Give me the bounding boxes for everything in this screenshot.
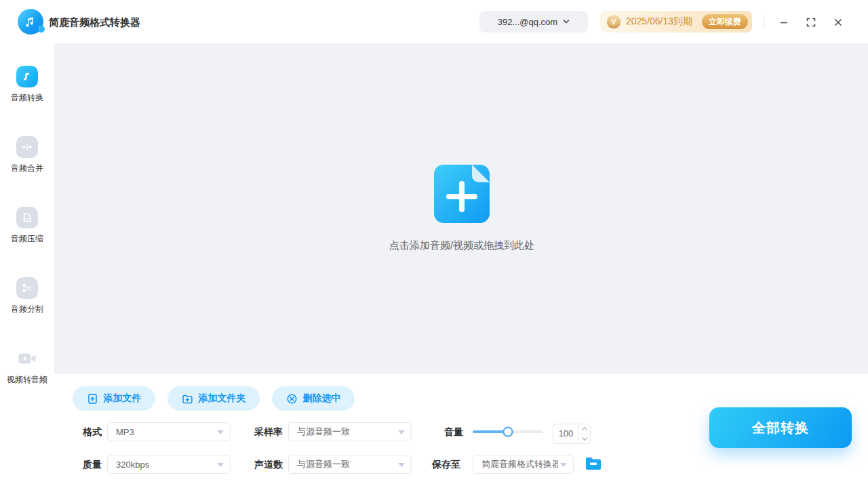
sidebar-item-label: 音频压缩 bbox=[0, 233, 54, 245]
sample-rate-label: 采样率 bbox=[254, 422, 283, 441]
save-to-label: 保存至 bbox=[432, 455, 460, 474]
dropdown-arrow-icon bbox=[217, 463, 224, 467]
volume-spinner bbox=[578, 424, 590, 443]
vip-badge-icon: V bbox=[607, 15, 620, 28]
channels-select[interactable]: 与源音频一致 bbox=[288, 455, 412, 474]
spinner-down-icon[interactable] bbox=[579, 434, 590, 444]
volume-label: 音量 bbox=[444, 422, 463, 441]
license-banner: V 2025/06/13到期 立即续费 bbox=[600, 11, 752, 33]
dropdown-arrow-icon bbox=[217, 430, 224, 434]
app-logo-icon bbox=[18, 9, 43, 35]
sidebar-item-label: 音频分割 bbox=[0, 304, 54, 315]
add-file-big-icon[interactable] bbox=[434, 165, 490, 223]
video-icon bbox=[16, 348, 38, 369]
file-plus-icon bbox=[87, 393, 98, 405]
sidebar-item-label: 视频转音频 bbox=[0, 374, 54, 386]
spinner-up-icon[interactable] bbox=[579, 424, 590, 434]
bottom-panel: 添加文件 添加文件夹 删除选中 格式 MP3 采样率 与源音频一致 音量 bbox=[54, 374, 868, 488]
app-title: 简鹿音频格式转换器 bbox=[49, 16, 140, 29]
volume-value: 100 bbox=[553, 424, 578, 443]
window-controls-divider bbox=[764, 15, 764, 28]
merge-icon bbox=[16, 136, 38, 158]
volume-slider[interactable] bbox=[473, 430, 543, 433]
convert-all-button[interactable]: 全部转换 bbox=[709, 407, 852, 448]
sidebar-item-audio-compress[interactable]: 音频压缩 bbox=[0, 207, 54, 254]
sidebar-item-video-to-audio[interactable]: 视频转音频 bbox=[0, 348, 54, 395]
sidebar-item-audio-convert[interactable]: 音频转换 bbox=[0, 66, 54, 113]
sidebar-item-audio-merge[interactable]: 音频合并 bbox=[0, 136, 54, 184]
scissors-icon bbox=[16, 277, 38, 299]
channels-label: 声道数 bbox=[254, 455, 283, 474]
slider-handle[interactable] bbox=[503, 427, 513, 437]
volume-input[interactable]: 100 bbox=[553, 424, 591, 444]
page-fold bbox=[472, 165, 490, 182]
app-window: 简鹿音频格式转换器 392...@qq.com V 2025/06/13到期 立… bbox=[0, 0, 868, 488]
circle-x-icon bbox=[286, 393, 298, 405]
dropzone[interactable]: 点击添加音频/视频或拖拽到此处 bbox=[54, 43, 868, 374]
account-email: 392...@qq.com bbox=[498, 17, 557, 27]
folder-plus-icon bbox=[182, 393, 193, 405]
close-icon bbox=[833, 17, 844, 28]
quality-label: 质量 bbox=[83, 455, 102, 474]
maximize-button[interactable] bbox=[802, 14, 820, 31]
format-select[interactable]: MP3 bbox=[107, 422, 231, 441]
sidebar-item-audio-split[interactable]: 音频分割 bbox=[0, 277, 54, 325]
chevron-down-icon bbox=[563, 18, 570, 25]
close-button[interactable] bbox=[829, 14, 847, 31]
license-expiry: 2025/06/13到期 bbox=[626, 16, 692, 28]
sidebar-item-label: 音频转换 bbox=[0, 92, 54, 104]
open-folder-button[interactable] bbox=[585, 456, 602, 472]
quality-select[interactable]: 320kbps bbox=[107, 455, 231, 474]
file-list-area: 点击添加音频/视频或拖拽到此处 bbox=[54, 43, 868, 374]
format-label: 格式 bbox=[83, 422, 102, 441]
add-file-button[interactable]: 添加文件 bbox=[73, 386, 155, 411]
save-to-select[interactable]: 简鹿音频格式转换器 bbox=[473, 455, 574, 474]
maximize-icon bbox=[806, 17, 816, 28]
sidebar-item-label: 音频合并 bbox=[0, 163, 54, 174]
sample-rate-select[interactable]: 与源音频一致 bbox=[288, 422, 412, 441]
dropdown-arrow-icon bbox=[560, 463, 567, 467]
renew-button[interactable]: 立即续费 bbox=[702, 14, 748, 29]
music-note-icon bbox=[16, 66, 38, 87]
dropdown-arrow-icon bbox=[398, 463, 405, 467]
sidebar: 音频转换 音频合并 音频压缩 bbox=[0, 43, 54, 488]
delete-selected-button[interactable]: 删除选中 bbox=[272, 386, 355, 411]
title-bar: 简鹿音频格式转换器 392...@qq.com V 2025/06/13到期 立… bbox=[0, 0, 868, 43]
minimize-button[interactable] bbox=[775, 14, 793, 31]
compress-icon bbox=[16, 207, 38, 228]
account-dropdown[interactable]: 392...@qq.com bbox=[479, 11, 588, 33]
dropzone-hint: 点击添加音频/视频或拖拽到此处 bbox=[298, 239, 625, 252]
minimize-icon bbox=[778, 17, 789, 28]
dropdown-arrow-icon bbox=[398, 430, 405, 434]
add-folder-button[interactable]: 添加文件夹 bbox=[167, 386, 260, 411]
folder-icon bbox=[585, 457, 601, 470]
